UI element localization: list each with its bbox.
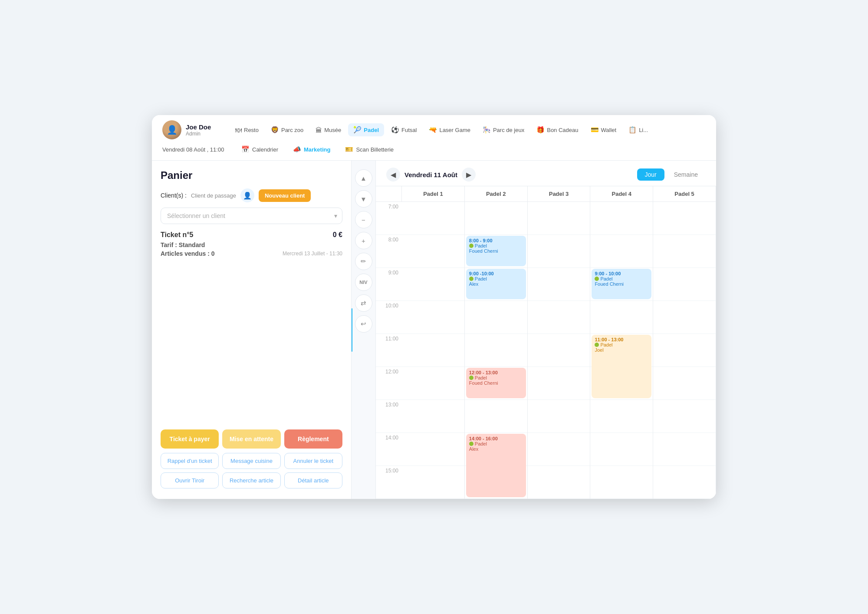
rappel-ticket-button[interactable]: Rappel d'un ticket <box>161 453 219 469</box>
nav-tab-musee-label: Musée <box>324 127 341 133</box>
ticket-a-payer-button[interactable]: Ticket à payer <box>161 429 219 449</box>
time-slot: 9:00 <box>376 268 402 301</box>
padel3-col-header: Padel 3 <box>528 186 591 201</box>
padel-slot[interactable] <box>653 268 716 301</box>
toolbar-back-button[interactable]: ↩ <box>355 315 372 333</box>
padel-slot[interactable] <box>528 334 590 367</box>
toolbar-plus-button[interactable]: + <box>355 232 372 249</box>
padel-slot[interactable] <box>465 202 527 235</box>
padel-slot[interactable] <box>528 202 590 235</box>
padel-slot[interactable] <box>402 433 464 466</box>
secondary-buttons-row-2: Ouvrir Tiroir Recherche article Détail a… <box>161 472 342 489</box>
booking-block[interactable]: 14:00 - 16:00 Padel Alex <box>466 434 526 497</box>
booking-block[interactable]: 12:00 - 13:00 Padel Foued Cherni <box>466 368 526 398</box>
chevron-right-icon: ▶ <box>466 171 471 179</box>
padel-slot[interactable] <box>528 301 590 334</box>
avatar-image: 👤 <box>162 120 181 139</box>
padel-slot[interactable] <box>528 367 590 400</box>
sub-tab-scan-billetterie[interactable]: 🎫 Scan Billetterie <box>339 143 400 156</box>
li-icon: 📋 <box>628 126 637 134</box>
calendar-next-button[interactable]: ▶ <box>462 168 476 182</box>
padel-slot[interactable] <box>402 301 464 334</box>
client-select[interactable]: Sélectionner un client <box>161 208 342 224</box>
reglement-button[interactable]: Règlement <box>284 429 342 449</box>
padel-slot[interactable] <box>402 334 464 367</box>
nav-tab-parc-de-jeux[interactable]: 🎠 Parc de jeux <box>477 123 529 136</box>
view-jour-button[interactable]: Jour <box>637 168 664 181</box>
nav-tab-parc-zoo[interactable]: 🦁 Parc zoo <box>266 123 309 136</box>
padel-slot[interactable] <box>653 202 716 235</box>
padel-slot[interactable] <box>402 235 464 268</box>
padel-slot[interactable] <box>590 235 653 268</box>
client-select-wrapper: Sélectionner un client ▾ <box>161 208 342 224</box>
nav-tab-resto[interactable]: 🍽 Resto <box>230 124 264 136</box>
client-passage-icon-btn[interactable]: 👤 <box>240 188 254 202</box>
toolbar-niv-button[interactable]: NIV <box>355 274 372 291</box>
padel-slot[interactable] <box>402 400 464 433</box>
padel-slot[interactable] <box>653 400 716 433</box>
padel-slot[interactable] <box>528 235 590 268</box>
sub-tab-scan-billetterie-label: Scan Billetterie <box>356 146 394 153</box>
nav-tab-parc-de-jeux-label: Parc de jeux <box>493 127 524 133</box>
view-semaine-button[interactable]: Semaine <box>666 168 706 181</box>
nav-tab-musee[interactable]: 🏛 Musée <box>310 124 346 136</box>
padel-slot[interactable] <box>465 400 527 433</box>
header: 👤 Joe Doe Admin 🍽 Resto 🦁 Parc zoo 🏛 <box>152 115 716 161</box>
padel-slot[interactable] <box>528 466 590 499</box>
booking-name: Foued Cherni <box>469 380 523 386</box>
padel-slot[interactable] <box>653 367 716 400</box>
nav-tab-futsal[interactable]: ⚽ Futsal <box>386 123 422 136</box>
padel-slot[interactable] <box>402 268 464 301</box>
toolbar-edit-button[interactable]: ✏ <box>355 253 372 270</box>
ball-icon <box>469 277 473 281</box>
padel-slot[interactable] <box>590 466 653 499</box>
booking-block[interactable]: 11:00 - 13:00 Padel Joel <box>592 335 651 398</box>
padel-slot[interactable] <box>590 433 653 466</box>
nouveau-client-button[interactable]: Nouveau client <box>259 189 311 202</box>
padel-slot[interactable] <box>590 202 653 235</box>
booking-block[interactable]: 8:00 - 9:00 Padel Foued Cherni <box>466 236 526 266</box>
annuler-ticket-button[interactable]: Annuler le ticket <box>284 453 342 469</box>
padel-slot[interactable] <box>465 334 527 367</box>
calendar-body: 7:008:009:0010:0011:0012:0013:0014:0015:… <box>376 202 716 499</box>
toolbar-minus-button[interactable]: − <box>355 211 372 228</box>
padel-slot[interactable] <box>465 301 527 334</box>
padel-slot[interactable] <box>590 400 653 433</box>
booking-block[interactable]: 9:00 - 10:00 Padel Foued Cherni <box>592 269 651 299</box>
message-cuisine-button[interactable]: Message cuisine <box>222 453 280 469</box>
nav-tab-padel[interactable]: 🎾 Padel <box>348 123 384 136</box>
padel-slot[interactable] <box>653 235 716 268</box>
header-top: 👤 Joe Doe Admin 🍽 Resto 🦁 Parc zoo 🏛 <box>162 115 706 143</box>
time-slot: 13:00 <box>376 400 402 433</box>
ouvrir-tiroir-button[interactable]: Ouvrir Tiroir <box>161 472 219 489</box>
detail-article-button[interactable]: Détail article <box>284 472 342 489</box>
padel-slot[interactable] <box>402 466 464 499</box>
recherche-article-button[interactable]: Recherche article <box>222 472 280 489</box>
padel-slot[interactable] <box>653 334 716 367</box>
padel-slot[interactable] <box>528 433 590 466</box>
padel-slot[interactable] <box>653 433 716 466</box>
sub-tab-calendrier[interactable]: 📅 Calendrier <box>235 143 284 156</box>
padel-slot[interactable] <box>402 202 464 235</box>
padel-slot[interactable] <box>528 400 590 433</box>
toolbar-down-button[interactable]: ▼ <box>355 190 372 208</box>
plus-icon: + <box>362 237 365 244</box>
toolbar-up-button[interactable]: ▲ <box>355 169 372 187</box>
nav-tab-bon-cadeau[interactable]: 🎁 Bon Cadeau <box>531 123 583 136</box>
padel-slot[interactable] <box>528 268 590 301</box>
toolbar-divider <box>352 308 352 352</box>
padel-slot[interactable] <box>653 301 716 334</box>
booking-block[interactable]: 9:00 -10:00 Padel Alex <box>466 269 526 299</box>
calendar-prev-button[interactable]: ◀ <box>386 168 400 182</box>
booking-time: 12:00 - 13:00 <box>469 370 523 375</box>
padel-slot[interactable] <box>402 367 464 400</box>
nav-tab-li[interactable]: 📋 Li... <box>623 123 653 136</box>
toolbar-transfer-button[interactable]: ⇄ <box>355 294 372 312</box>
nav-tab-wallet[interactable]: 💳 Wallet <box>585 123 622 136</box>
nav-tab-laser-game[interactable]: 🔫 Laser Game <box>424 123 476 136</box>
musee-icon: 🏛 <box>316 126 322 134</box>
mise-en-attente-button[interactable]: Mise en attente <box>222 429 280 449</box>
padel-slot[interactable] <box>653 466 716 499</box>
padel-slot[interactable] <box>590 301 653 334</box>
sub-tab-marketing[interactable]: 📣 Marketing <box>287 143 336 156</box>
